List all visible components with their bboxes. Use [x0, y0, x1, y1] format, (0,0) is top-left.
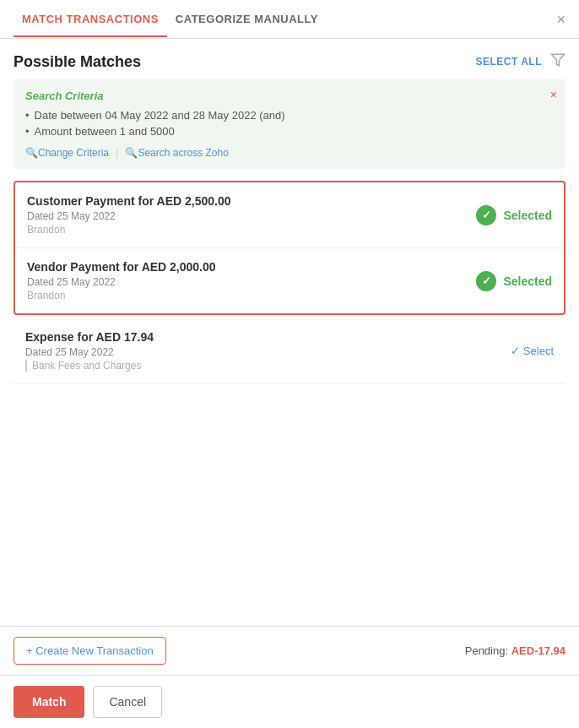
search-across-zoho-link[interactable]: Search across Zoho: [138, 147, 228, 159]
check-icon-vendor: ✓: [476, 271, 496, 291]
match-date-customer: Dated 25 May 2022: [27, 210, 476, 222]
criteria-close-button[interactable]: ×: [550, 88, 557, 101]
match-info-expense: Expense for AED 17.94 Dated 25 May 2022 …: [25, 330, 511, 372]
close-dialog-button[interactable]: ×: [556, 10, 565, 28]
match-item-customer-payment[interactable]: Customer Payment for AED 2,500.00 Dated …: [15, 182, 564, 248]
pending-text: Pending: AED-17.94: [465, 644, 565, 657]
criteria-separator: |: [116, 146, 118, 159]
select-button-expense[interactable]: ✓ Select: [511, 345, 554, 357]
match-info-vendor: Vendor Payment for AED 2,000.00 Dated 25…: [27, 260, 476, 302]
criteria-item-date: Date between 04 May 2022 and 28 May 2022…: [25, 109, 554, 122]
pending-label: Pending:: [465, 644, 508, 657]
match-title-customer: Customer Payment for AED 2,500.00: [27, 194, 476, 208]
match-category-expense: Bank Fees and Charges: [25, 360, 511, 372]
selected-badge-customer: ✓ Selected: [476, 205, 552, 225]
selected-matches-group: Customer Payment for AED 2,500.00 Dated …: [14, 181, 565, 315]
match-subtitle-vendor: Brandon: [27, 290, 476, 302]
match-subtitle-customer: Brandon: [27, 224, 476, 236]
section-header: Possible Matches SELECT ALL: [0, 39, 579, 79]
criteria-links: 🔍 Change Criteria | 🔍 Search across Zoho: [25, 146, 554, 159]
filter-icon[interactable]: [550, 52, 565, 71]
select-all-area: SELECT ALL: [475, 52, 565, 71]
check-icon-customer: ✓: [476, 205, 496, 225]
tab-categorize-manually[interactable]: CATEGORIZE MANUALLY: [167, 3, 327, 37]
search-across-icon: 🔍: [125, 147, 138, 159]
match-date-expense: Dated 25 May 2022: [25, 346, 511, 358]
cancel-button[interactable]: Cancel: [93, 686, 162, 718]
match-title-expense: Expense for AED 17.94: [25, 330, 511, 344]
footer: + Create New Transaction Pending: AED-17…: [0, 626, 579, 728]
selected-label-customer: Selected: [503, 209, 552, 222]
select-label-expense: Select: [523, 345, 554, 357]
svg-marker-0: [552, 54, 565, 66]
match-info-customer: Customer Payment for AED 2,500.00 Dated …: [27, 194, 476, 236]
select-check-icon: ✓: [511, 345, 520, 357]
match-item-vendor-payment[interactable]: Vendor Payment for AED 2,000.00 Dated 25…: [15, 248, 564, 313]
tabs-bar: MATCH TRANSACTIONS CATEGORIZE MANUALLY ×: [0, 0, 579, 39]
footer-buttons: Match Cancel: [0, 675, 579, 728]
search-criteria-box: Search Criteria Date between 04 May 2022…: [14, 79, 565, 169]
selected-badge-vendor: ✓ Selected: [476, 271, 552, 291]
select-all-button[interactable]: SELECT ALL: [475, 56, 542, 68]
criteria-title: Search Criteria: [25, 90, 554, 102]
footer-actions: + Create New Transaction Pending: AED-17…: [0, 626, 579, 675]
match-date-vendor: Dated 25 May 2022: [27, 276, 476, 288]
search-icon: 🔍: [25, 147, 38, 159]
create-new-transaction-button[interactable]: + Create New Transaction: [14, 637, 166, 665]
page-title: Possible Matches: [14, 53, 141, 71]
match-item-expense[interactable]: Expense for AED 17.94 Dated 25 May 2022 …: [14, 318, 565, 384]
match-button[interactable]: Match: [14, 686, 84, 718]
change-criteria-link[interactable]: Change Criteria: [38, 147, 109, 159]
selected-label-vendor: Selected: [503, 274, 552, 288]
matches-list: Customer Payment for AED 2,500.00 Dated …: [14, 181, 565, 384]
match-title-vendor: Vendor Payment for AED 2,000.00: [27, 260, 476, 274]
criteria-item-amount: Amount between 1 and 5000: [25, 125, 554, 138]
tab-match-transactions[interactable]: MATCH TRANSACTIONS: [14, 3, 167, 37]
pending-amount: AED-17.94: [511, 644, 565, 657]
